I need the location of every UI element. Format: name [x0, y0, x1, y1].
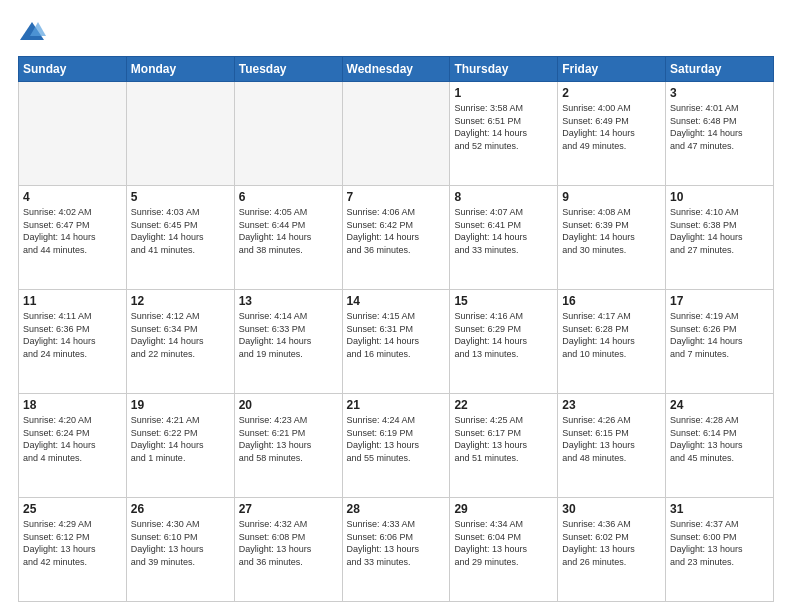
calendar-cell: 16Sunrise: 4:17 AM Sunset: 6:28 PM Dayli…	[558, 290, 666, 394]
day-info: Sunrise: 4:08 AM Sunset: 6:39 PM Dayligh…	[562, 206, 661, 256]
day-info: Sunrise: 4:29 AM Sunset: 6:12 PM Dayligh…	[23, 518, 122, 568]
calendar-cell: 7Sunrise: 4:06 AM Sunset: 6:42 PM Daylig…	[342, 186, 450, 290]
day-number: 9	[562, 190, 661, 204]
calendar-cell	[19, 82, 127, 186]
calendar-cell: 13Sunrise: 4:14 AM Sunset: 6:33 PM Dayli…	[234, 290, 342, 394]
day-number: 3	[670, 86, 769, 100]
day-info: Sunrise: 4:03 AM Sunset: 6:45 PM Dayligh…	[131, 206, 230, 256]
weekday-header: Sunday	[19, 57, 127, 82]
logo	[18, 18, 50, 46]
day-info: Sunrise: 4:36 AM Sunset: 6:02 PM Dayligh…	[562, 518, 661, 568]
day-number: 18	[23, 398, 122, 412]
day-info: Sunrise: 4:10 AM Sunset: 6:38 PM Dayligh…	[670, 206, 769, 256]
weekday-header: Thursday	[450, 57, 558, 82]
day-info: Sunrise: 4:21 AM Sunset: 6:22 PM Dayligh…	[131, 414, 230, 464]
day-number: 11	[23, 294, 122, 308]
calendar-cell: 6Sunrise: 4:05 AM Sunset: 6:44 PM Daylig…	[234, 186, 342, 290]
day-number: 7	[347, 190, 446, 204]
calendar-cell: 19Sunrise: 4:21 AM Sunset: 6:22 PM Dayli…	[126, 394, 234, 498]
day-info: Sunrise: 4:17 AM Sunset: 6:28 PM Dayligh…	[562, 310, 661, 360]
calendar-week-row: 4Sunrise: 4:02 AM Sunset: 6:47 PM Daylig…	[19, 186, 774, 290]
day-number: 1	[454, 86, 553, 100]
calendar-table: SundayMondayTuesdayWednesdayThursdayFrid…	[18, 56, 774, 602]
calendar-cell: 28Sunrise: 4:33 AM Sunset: 6:06 PM Dayli…	[342, 498, 450, 602]
calendar-week-row: 1Sunrise: 3:58 AM Sunset: 6:51 PM Daylig…	[19, 82, 774, 186]
calendar-cell: 20Sunrise: 4:23 AM Sunset: 6:21 PM Dayli…	[234, 394, 342, 498]
day-info: Sunrise: 4:28 AM Sunset: 6:14 PM Dayligh…	[670, 414, 769, 464]
day-number: 8	[454, 190, 553, 204]
day-info: Sunrise: 4:24 AM Sunset: 6:19 PM Dayligh…	[347, 414, 446, 464]
day-number: 29	[454, 502, 553, 516]
day-info: Sunrise: 3:58 AM Sunset: 6:51 PM Dayligh…	[454, 102, 553, 152]
day-number: 23	[562, 398, 661, 412]
day-info: Sunrise: 4:23 AM Sunset: 6:21 PM Dayligh…	[239, 414, 338, 464]
day-number: 28	[347, 502, 446, 516]
day-number: 19	[131, 398, 230, 412]
day-info: Sunrise: 4:19 AM Sunset: 6:26 PM Dayligh…	[670, 310, 769, 360]
day-info: Sunrise: 4:37 AM Sunset: 6:00 PM Dayligh…	[670, 518, 769, 568]
day-number: 6	[239, 190, 338, 204]
page: SundayMondayTuesdayWednesdayThursdayFrid…	[0, 0, 792, 612]
day-number: 20	[239, 398, 338, 412]
day-info: Sunrise: 4:34 AM Sunset: 6:04 PM Dayligh…	[454, 518, 553, 568]
day-number: 26	[131, 502, 230, 516]
day-number: 27	[239, 502, 338, 516]
logo-icon	[18, 18, 46, 46]
day-info: Sunrise: 4:15 AM Sunset: 6:31 PM Dayligh…	[347, 310, 446, 360]
day-number: 12	[131, 294, 230, 308]
header	[18, 18, 774, 46]
calendar-cell	[234, 82, 342, 186]
day-info: Sunrise: 4:02 AM Sunset: 6:47 PM Dayligh…	[23, 206, 122, 256]
day-info: Sunrise: 4:20 AM Sunset: 6:24 PM Dayligh…	[23, 414, 122, 464]
day-info: Sunrise: 4:16 AM Sunset: 6:29 PM Dayligh…	[454, 310, 553, 360]
weekday-header: Wednesday	[342, 57, 450, 82]
calendar-cell: 10Sunrise: 4:10 AM Sunset: 6:38 PM Dayli…	[666, 186, 774, 290]
day-number: 25	[23, 502, 122, 516]
day-number: 21	[347, 398, 446, 412]
day-info: Sunrise: 4:00 AM Sunset: 6:49 PM Dayligh…	[562, 102, 661, 152]
weekday-header-row: SundayMondayTuesdayWednesdayThursdayFrid…	[19, 57, 774, 82]
day-info: Sunrise: 4:32 AM Sunset: 6:08 PM Dayligh…	[239, 518, 338, 568]
weekday-header: Friday	[558, 57, 666, 82]
calendar-cell: 1Sunrise: 3:58 AM Sunset: 6:51 PM Daylig…	[450, 82, 558, 186]
calendar-cell: 3Sunrise: 4:01 AM Sunset: 6:48 PM Daylig…	[666, 82, 774, 186]
weekday-header: Monday	[126, 57, 234, 82]
calendar-cell: 31Sunrise: 4:37 AM Sunset: 6:00 PM Dayli…	[666, 498, 774, 602]
calendar-cell: 22Sunrise: 4:25 AM Sunset: 6:17 PM Dayli…	[450, 394, 558, 498]
calendar-cell: 11Sunrise: 4:11 AM Sunset: 6:36 PM Dayli…	[19, 290, 127, 394]
day-info: Sunrise: 4:30 AM Sunset: 6:10 PM Dayligh…	[131, 518, 230, 568]
day-info: Sunrise: 4:26 AM Sunset: 6:15 PM Dayligh…	[562, 414, 661, 464]
calendar-cell: 8Sunrise: 4:07 AM Sunset: 6:41 PM Daylig…	[450, 186, 558, 290]
calendar-cell	[126, 82, 234, 186]
calendar-week-row: 11Sunrise: 4:11 AM Sunset: 6:36 PM Dayli…	[19, 290, 774, 394]
calendar-cell: 14Sunrise: 4:15 AM Sunset: 6:31 PM Dayli…	[342, 290, 450, 394]
calendar-cell: 30Sunrise: 4:36 AM Sunset: 6:02 PM Dayli…	[558, 498, 666, 602]
calendar-cell: 12Sunrise: 4:12 AM Sunset: 6:34 PM Dayli…	[126, 290, 234, 394]
day-info: Sunrise: 4:14 AM Sunset: 6:33 PM Dayligh…	[239, 310, 338, 360]
weekday-header: Tuesday	[234, 57, 342, 82]
calendar-cell: 23Sunrise: 4:26 AM Sunset: 6:15 PM Dayli…	[558, 394, 666, 498]
day-number: 31	[670, 502, 769, 516]
calendar-cell: 25Sunrise: 4:29 AM Sunset: 6:12 PM Dayli…	[19, 498, 127, 602]
day-number: 17	[670, 294, 769, 308]
calendar-cell: 5Sunrise: 4:03 AM Sunset: 6:45 PM Daylig…	[126, 186, 234, 290]
day-number: 15	[454, 294, 553, 308]
day-number: 2	[562, 86, 661, 100]
calendar-cell: 21Sunrise: 4:24 AM Sunset: 6:19 PM Dayli…	[342, 394, 450, 498]
day-number: 10	[670, 190, 769, 204]
calendar-cell: 9Sunrise: 4:08 AM Sunset: 6:39 PM Daylig…	[558, 186, 666, 290]
calendar-cell: 2Sunrise: 4:00 AM Sunset: 6:49 PM Daylig…	[558, 82, 666, 186]
day-number: 4	[23, 190, 122, 204]
day-number: 22	[454, 398, 553, 412]
weekday-header: Saturday	[666, 57, 774, 82]
day-number: 16	[562, 294, 661, 308]
day-number: 5	[131, 190, 230, 204]
calendar-cell: 29Sunrise: 4:34 AM Sunset: 6:04 PM Dayli…	[450, 498, 558, 602]
calendar-cell: 4Sunrise: 4:02 AM Sunset: 6:47 PM Daylig…	[19, 186, 127, 290]
day-number: 30	[562, 502, 661, 516]
calendar-cell: 17Sunrise: 4:19 AM Sunset: 6:26 PM Dayli…	[666, 290, 774, 394]
day-info: Sunrise: 4:01 AM Sunset: 6:48 PM Dayligh…	[670, 102, 769, 152]
day-number: 14	[347, 294, 446, 308]
calendar-cell: 27Sunrise: 4:32 AM Sunset: 6:08 PM Dayli…	[234, 498, 342, 602]
calendar-cell: 26Sunrise: 4:30 AM Sunset: 6:10 PM Dayli…	[126, 498, 234, 602]
